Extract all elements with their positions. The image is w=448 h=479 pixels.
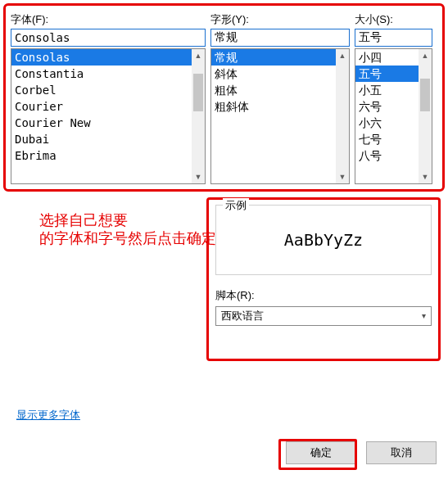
list-item[interactable]: Constantia (11, 66, 192, 82)
scroll-up-icon[interactable]: ▲ (192, 49, 205, 62)
list-item[interactable]: 粗体 (211, 82, 336, 98)
sample-legend: 示例 (223, 198, 249, 213)
font-column: 字体(F): ConsolasConstantiaCorbelCourierCo… (11, 12, 206, 184)
size-column: 大小(S): 小四五号小五六号小六七号八号 ▲ ▼ (355, 12, 432, 184)
cancel-button[interactable]: 取消 (366, 441, 437, 464)
style-column: 字形(Y): 常规斜体粗体粗斜体 ▲ ▼ (210, 12, 350, 184)
size-label: 大小(S): (355, 12, 432, 27)
list-item[interactable]: Dubai (11, 131, 192, 147)
list-item[interactable]: Corbel (11, 82, 192, 98)
list-item[interactable]: 小六 (355, 115, 419, 131)
script-label: 脚本(R): (215, 288, 432, 303)
font-listbox[interactable]: ConsolasConstantiaCorbelCourierCourier N… (11, 48, 206, 184)
font-columns: 字体(F): ConsolasConstantiaCorbelCourierCo… (11, 12, 437, 184)
list-item[interactable]: 小五 (355, 82, 419, 98)
font-input[interactable] (11, 29, 206, 47)
more-fonts-link[interactable]: 显示更多字体 (16, 408, 80, 423)
list-item[interactable]: Courier (11, 98, 192, 115)
size-input[interactable] (355, 29, 432, 47)
script-select[interactable]: 西欧语言 ▾ (215, 306, 432, 326)
list-item[interactable]: 八号 (355, 147, 419, 164)
sample-groupbox: 示例 AaBbYyZz (215, 205, 432, 275)
scroll-up-icon[interactable]: ▲ (419, 49, 432, 62)
font-selection-highlight: 字体(F): ConsolasConstantiaCorbelCourierCo… (3, 3, 445, 192)
list-item[interactable]: 粗斜体 (211, 98, 336, 115)
list-item[interactable]: Ebrima (11, 147, 192, 164)
list-item[interactable]: 七号 (355, 131, 419, 147)
scroll-up-icon[interactable]: ▲ (336, 49, 349, 62)
style-listbox[interactable]: 常规斜体粗体粗斜体 ▲ ▼ (210, 48, 350, 184)
list-item[interactable]: 斜体 (211, 66, 336, 82)
chevron-down-icon: ▾ (422, 307, 426, 325)
scroll-down-icon[interactable]: ▼ (336, 170, 349, 183)
dialog-buttons: 确定 取消 (286, 441, 437, 464)
list-item[interactable]: 常规 (211, 49, 336, 66)
scroll-down-icon[interactable]: ▼ (419, 170, 432, 183)
ok-button[interactable]: 确定 (286, 441, 356, 464)
style-label: 字形(Y): (210, 12, 350, 27)
script-value: 西欧语言 (221, 310, 264, 322)
size-listbox[interactable]: 小四五号小五六号小六七号八号 ▲ ▼ (355, 48, 432, 184)
instruction-annotation: 选择自己想要 的字体和字号然后点击确定 (39, 211, 216, 247)
sample-text: AaBbYyZz (284, 230, 363, 250)
style-scrollbar[interactable]: ▲ ▼ (336, 49, 349, 183)
size-scrollbar[interactable]: ▲ ▼ (419, 49, 432, 183)
sample-highlight: 示例 AaBbYyZz 脚本(R): 西欧语言 ▾ (206, 197, 441, 361)
style-input[interactable] (210, 29, 350, 47)
list-item[interactable]: Consolas (11, 49, 192, 66)
list-item[interactable]: 小四 (355, 49, 419, 66)
font-scrollbar[interactable]: ▲ ▼ (192, 49, 205, 183)
font-label: 字体(F): (11, 12, 206, 27)
list-item[interactable]: 六号 (355, 98, 419, 115)
list-item[interactable]: Courier New (11, 115, 192, 131)
list-item[interactable]: 五号 (355, 66, 419, 82)
scroll-down-icon[interactable]: ▼ (192, 170, 205, 183)
